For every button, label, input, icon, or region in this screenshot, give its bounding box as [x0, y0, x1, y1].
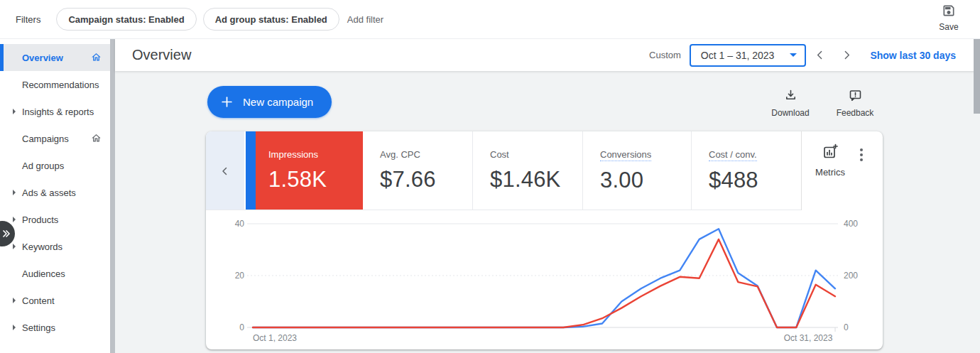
- metric-label: Cost: [490, 149, 509, 160]
- date-range-controls: Custom Oct 1 – 31, 2023 Show last 30 day…: [649, 39, 956, 71]
- expand-arrow-icon: [13, 244, 16, 249]
- chart-area: 020400200400Oct 1, 2023Oct 31, 2023: [206, 210, 883, 349]
- sidebar-item-label: Audiences: [22, 268, 65, 279]
- download-label: Download: [766, 108, 815, 118]
- vertical-scrollbar[interactable]: [974, 39, 980, 114]
- svg-text:Oct 1, 2023: Oct 1, 2023: [253, 333, 297, 343]
- main-content: New campaign Download Feedback: [115, 71, 980, 353]
- svg-text:Oct 31, 2023: Oct 31, 2023: [784, 333, 833, 343]
- date-range-value: Oct 1 – 31, 2023: [701, 50, 775, 61]
- previous-period-button[interactable]: [806, 43, 833, 68]
- sidebar-item-recommendations[interactable]: Recommendations: [0, 71, 110, 98]
- overview-chart: 020400200400Oct 1, 2023Oct 31, 2023: [206, 210, 883, 349]
- sidebar-item-audiences[interactable]: Audiences: [0, 260, 110, 287]
- new-campaign-button[interactable]: New campaign: [207, 86, 332, 118]
- metric-card-impressions[interactable]: Impressions 1.58K: [256, 131, 363, 210]
- chevron-left-icon: [219, 165, 232, 178]
- sidebar-item-overview[interactable]: Overview: [0, 44, 110, 71]
- sidebar-item-ads-assets[interactable]: Ads & assets: [0, 179, 110, 206]
- sidebar-nav: Overview Recommendations Insights & repo…: [0, 39, 110, 353]
- metrics-section: Metrics: [801, 131, 883, 210]
- metric-card-row: Impressions 1.58K Avg. CPC $7.66 Cost $1…: [206, 131, 883, 210]
- sidebar-item-content[interactable]: Content: [0, 287, 110, 314]
- home-icon: [91, 52, 102, 65]
- svg-text:40: 40: [235, 219, 245, 229]
- save-button[interactable]: Save: [935, 4, 963, 32]
- expand-arrow-icon: [13, 325, 16, 330]
- metric-value: 1.58K: [268, 167, 363, 192]
- save-label: Save: [935, 22, 963, 32]
- next-period-button[interactable]: [833, 43, 860, 68]
- svg-text:400: 400: [844, 219, 858, 229]
- filter-bar: Filters Campaign status: Enabled Ad grou…: [0, 0, 980, 39]
- sidebar-item-label: Ads & assets: [22, 188, 76, 198]
- metric-value: 3.00: [600, 168, 691, 193]
- feedback-button[interactable]: Feedback: [830, 88, 880, 118]
- metric-card-cost-per-conv[interactable]: Cost / conv. $488: [691, 131, 801, 210]
- metric-card-conversions[interactable]: Conversions 3.00: [582, 131, 691, 210]
- sidebar-item-campaigns[interactable]: Campaigns: [0, 125, 110, 152]
- page-header: Overview Custom Oct 1 – 31, 2023 Show la…: [115, 39, 980, 71]
- chevron-right-icon: [841, 49, 853, 61]
- home-icon: [91, 133, 102, 146]
- overview-card: Impressions 1.58K Avg. CPC $7.66 Cost $1…: [206, 131, 883, 349]
- sidebar-item-ad-groups[interactable]: Ad groups: [0, 152, 110, 179]
- metric-card-cost[interactable]: Cost $1.46K: [472, 131, 582, 210]
- filters-label: Filters: [16, 14, 40, 25]
- expand-arrow-icon: [13, 217, 16, 222]
- metrics-button[interactable]: Metrics: [810, 143, 850, 178]
- filter-chip-campaign-status[interactable]: Campaign status: Enabled: [56, 8, 196, 31]
- expand-arrow-icon: [13, 298, 16, 303]
- show-last-30-days-link[interactable]: Show last 30 days: [870, 50, 956, 61]
- double-chevron-right-icon: [1, 228, 12, 239]
- sidebar-item-products[interactable]: Products: [0, 206, 110, 233]
- page-title: Overview: [132, 47, 191, 63]
- sidebar-item-insights-reports[interactable]: Insights & reports: [0, 98, 110, 125]
- chevron-left-icon: [814, 49, 826, 61]
- sidebar-item-label: Settings: [22, 322, 55, 333]
- svg-text:0: 0: [239, 322, 244, 332]
- hidden-metric-card-edge: [246, 131, 256, 210]
- more-options-button[interactable]: [855, 146, 868, 163]
- metric-label: Conversions: [600, 149, 651, 161]
- sidebar-item-settings[interactable]: Settings: [0, 314, 110, 341]
- svg-text:200: 200: [844, 271, 858, 281]
- filter-chip-ad-group-status[interactable]: Ad group status: Enabled: [203, 8, 339, 31]
- feedback-icon: [848, 93, 863, 105]
- sidebar-item-label: Recommendations: [22, 80, 99, 90]
- download-button[interactable]: Download: [766, 88, 815, 118]
- metric-value: $1.46K: [490, 167, 582, 192]
- sidebar-item-label: Ad groups: [22, 161, 64, 171]
- svg-text:0: 0: [844, 322, 849, 332]
- metric-card-avg-cpc[interactable]: Avg. CPC $7.66: [363, 131, 472, 210]
- feedback-label: Feedback: [830, 108, 880, 118]
- range-type-label: Custom: [649, 50, 681, 60]
- plus-icon: [220, 95, 234, 109]
- sidebar-item-label: Overview: [22, 53, 63, 63]
- chevron-down-icon: [790, 53, 797, 57]
- metric-label: Avg. CPC: [380, 149, 420, 160]
- sidebar-item-label: Campaigns: [22, 134, 69, 144]
- metric-label: Impressions: [268, 149, 318, 160]
- sidebar-item-keywords[interactable]: Keywords: [0, 233, 110, 260]
- date-range-selector[interactable]: Oct 1 – 31, 2023: [690, 44, 807, 67]
- filter-chip-label: Campaign status: Enabled: [68, 14, 184, 25]
- metrics-button-label: Metrics: [810, 167, 850, 178]
- google-ads-overview-screen: Filters Campaign status: Enabled Ad grou…: [0, 0, 980, 353]
- sidebar-item-label: Content: [22, 295, 55, 306]
- metrics-scroll-left-button[interactable]: [206, 131, 244, 210]
- metric-value: $488: [709, 168, 801, 193]
- sidebar-item-label: Insights & reports: [22, 107, 94, 117]
- metric-label: Cost / conv.: [709, 149, 757, 161]
- metrics-chart-plus-icon: [822, 150, 839, 162]
- download-icon: [783, 93, 798, 105]
- sidebar-scrollbar[interactable]: [110, 39, 115, 353]
- expand-arrow-icon: [13, 190, 16, 195]
- add-filter-button[interactable]: Add filter: [347, 14, 383, 25]
- save-icon: [942, 8, 956, 20]
- sidebar-item-label: Keywords: [22, 241, 62, 252]
- filter-chip-label: Ad group status: Enabled: [215, 14, 327, 25]
- metric-value: $7.66: [380, 167, 472, 192]
- new-campaign-label: New campaign: [243, 96, 313, 108]
- expand-arrow-icon: [13, 109, 16, 114]
